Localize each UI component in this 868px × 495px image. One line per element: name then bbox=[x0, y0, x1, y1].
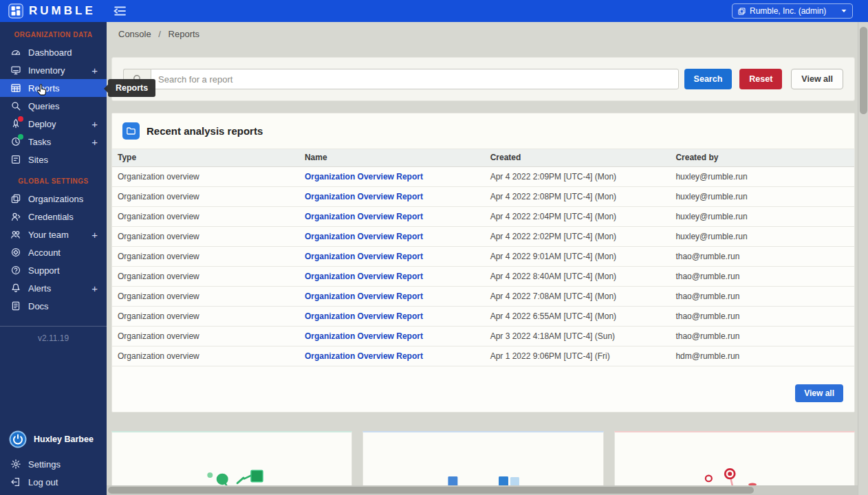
report-link[interactable]: Organization Overview Report bbox=[305, 292, 423, 301]
report-table-row: Organization overviewOrganization Overvi… bbox=[112, 206, 854, 226]
view-all-button-bottom[interactable]: View all bbox=[795, 384, 843, 402]
report-table-row: Organization overviewOrganization Overvi… bbox=[112, 346, 854, 366]
sidebar-item-docs[interactable]: Docs bbox=[0, 297, 107, 315]
search-button[interactable]: Search bbox=[684, 69, 733, 89]
column-header-created: Created bbox=[485, 149, 671, 166]
brand[interactable]: RUMBLE bbox=[8, 3, 96, 19]
inventory-icon bbox=[10, 65, 21, 76]
expand-plus-icon[interactable]: + bbox=[91, 119, 98, 129]
gear-icon bbox=[10, 459, 21, 470]
sidebar-item-label: Docs bbox=[28, 301, 49, 311]
cell-type: Organization overview bbox=[112, 326, 299, 346]
report-link[interactable]: Organization Overview Report bbox=[305, 252, 423, 261]
horizontal-scrollbar[interactable] bbox=[107, 485, 858, 495]
sidebar-item-sites[interactable]: Sites bbox=[0, 151, 107, 168]
report-table-row: Organization overviewOrganization Overvi… bbox=[112, 306, 854, 326]
queries-icon bbox=[10, 100, 21, 111]
sidebar-collapse-icon[interactable] bbox=[112, 3, 127, 19]
sidebar-item-inventory[interactable]: Inventory+ bbox=[0, 61, 107, 79]
sidebar-item-deploy[interactable]: Deploy+ bbox=[0, 115, 107, 133]
sidebar-item-label: Support bbox=[28, 265, 60, 276]
expand-plus-icon[interactable]: + bbox=[91, 65, 98, 76]
sidebar-item-queries[interactable]: Queries bbox=[0, 97, 107, 115]
reports-icon bbox=[10, 82, 21, 94]
organization-selector[interactable]: Rumble, Inc. (admin) bbox=[732, 3, 853, 19]
cell-created: Apr 4 2022 6:55AM [UTC-4] (Mon) bbox=[485, 306, 671, 326]
expand-plus-icon[interactable]: + bbox=[91, 283, 98, 294]
report-link[interactable]: Organization Overview Report bbox=[305, 192, 423, 201]
sidebar-item-label: Reports bbox=[28, 83, 60, 94]
expand-plus-icon[interactable]: + bbox=[91, 230, 98, 240]
red-badge-dot bbox=[18, 116, 23, 122]
report-link[interactable]: Organization Overview Report bbox=[305, 351, 423, 361]
sidebar-item-account[interactable]: Account bbox=[0, 243, 107, 261]
vertical-scrollbar[interactable] bbox=[858, 22, 868, 495]
cell-name: Organization Overview Report bbox=[299, 306, 485, 326]
reset-button[interactable]: Reset bbox=[739, 69, 782, 89]
rumble-logo-icon bbox=[8, 3, 23, 19]
expand-plus-icon[interactable]: + bbox=[91, 137, 98, 147]
sidebar-footer-items: SettingsLog out bbox=[0, 455, 107, 491]
report-link[interactable]: Organization Overview Report bbox=[305, 331, 423, 341]
horizontal-scrollbar-thumb[interactable] bbox=[108, 487, 754, 494]
vertical-scrollbar-thumb[interactable] bbox=[860, 27, 867, 114]
sidebar-item-log-out[interactable]: Log out bbox=[0, 473, 107, 491]
breadcrumb-console[interactable]: Console bbox=[118, 29, 151, 39]
report-link[interactable]: Organization Overview Report bbox=[305, 272, 423, 281]
cell-name: Organization Overview Report bbox=[299, 166, 485, 186]
cell-type: Organization overview bbox=[112, 346, 299, 366]
cell-name: Organization Overview Report bbox=[299, 326, 485, 346]
version-label: v2.11.19 bbox=[0, 327, 107, 350]
credentials-icon bbox=[10, 211, 21, 222]
cell-created: Apr 3 2022 4:18AM [UTC-4] (Sun) bbox=[485, 326, 671, 346]
alerts-icon bbox=[10, 283, 21, 294]
sidebar-item-organizations[interactable]: Organizations bbox=[0, 190, 107, 208]
sidebar-item-credentials[interactable]: Credentials bbox=[0, 208, 107, 226]
sidebar-item-settings[interactable]: Settings bbox=[0, 455, 107, 473]
support-icon bbox=[10, 265, 21, 276]
cell-type: Organization overview bbox=[112, 286, 299, 306]
sidebar-item-label: Tasks bbox=[28, 137, 51, 147]
cell-created-by: thao@rumble.run bbox=[670, 306, 854, 326]
column-header-type: Type bbox=[112, 149, 299, 166]
cell-type: Organization overview bbox=[112, 246, 299, 266]
sidebar-item-dashboard[interactable]: Dashboard bbox=[0, 43, 107, 61]
cell-type: Organization overview bbox=[112, 226, 299, 246]
cell-name: Organization Overview Report bbox=[299, 226, 485, 246]
breadcrumb: Console / Reports bbox=[107, 22, 858, 40]
report-link[interactable]: Organization Overview Report bbox=[305, 232, 423, 241]
avatar bbox=[9, 430, 27, 448]
report-link[interactable]: Organization Overview Report bbox=[305, 311, 423, 321]
report-search-input[interactable] bbox=[151, 69, 679, 89]
brand-name: RUMBLE bbox=[29, 4, 96, 18]
cell-created-by: thao@rumble.run bbox=[670, 266, 854, 286]
cell-created-by: thao@rumble.run bbox=[670, 246, 854, 266]
sidebar-item-label: Organizations bbox=[28, 194, 83, 204]
cell-created: Apr 4 2022 2:08PM [UTC-4] (Mon) bbox=[485, 186, 671, 206]
sidebar-item-your-team[interactable]: Your team+ bbox=[0, 226, 107, 243]
cell-created-by: huxley@rumble.run bbox=[670, 186, 854, 206]
sidebar-item-label: Alerts bbox=[28, 283, 51, 294]
cell-created: Apr 1 2022 9:06PM [UTC-4] (Fri) bbox=[485, 346, 671, 366]
sidebar-item-tasks[interactable]: Tasks+ bbox=[0, 133, 107, 151]
breadcrumb-reports: Reports bbox=[169, 29, 200, 39]
sidebar-item-label: Dashboard bbox=[28, 47, 72, 58]
report-link[interactable]: Organization Overview Report bbox=[305, 212, 423, 221]
cell-created-by: huxley@rumble.run bbox=[670, 166, 854, 186]
sidebar-item-label: Sites bbox=[28, 155, 48, 165]
sidebar-item-reports[interactable]: Reports bbox=[0, 79, 107, 97]
reports-folder-icon bbox=[122, 122, 140, 140]
user-profile[interactable]: Huxley Barbee bbox=[0, 425, 107, 455]
sidebar-item-label: Deploy bbox=[28, 119, 56, 129]
sites-icon bbox=[10, 154, 21, 165]
sidebar-item-alerts[interactable]: Alerts+ bbox=[0, 279, 107, 297]
sidebar-item-support[interactable]: Support bbox=[0, 261, 107, 279]
cell-type: Organization overview bbox=[112, 186, 299, 206]
view-all-button-top[interactable]: View all bbox=[791, 69, 843, 89]
report-link[interactable]: Organization Overview Report bbox=[305, 172, 423, 182]
cell-created: Apr 4 2022 2:02PM [UTC-4] (Mon) bbox=[485, 226, 671, 246]
recent-reports-title: Recent analysis reports bbox=[147, 125, 263, 137]
report-table-row: Organization overviewOrganization Overvi… bbox=[112, 186, 854, 206]
report-search-panel: Search Reset View all bbox=[111, 57, 855, 101]
cell-type: Organization overview bbox=[112, 166, 299, 186]
